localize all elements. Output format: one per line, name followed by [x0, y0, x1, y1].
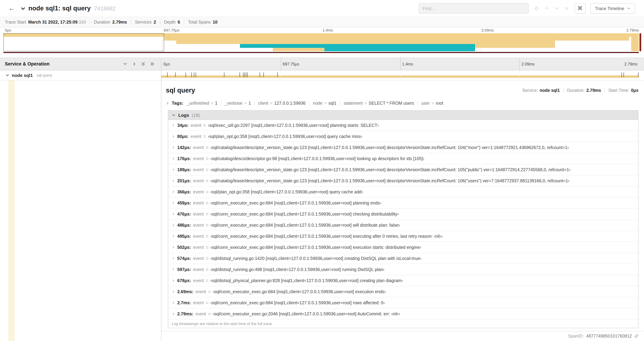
ruler-gridline: [281, 58, 281, 70]
log-entry[interactable]: 574μs:event=‹sql/distsql_running.go:1420…: [168, 253, 638, 264]
collapse-all-button[interactable]: [141, 62, 146, 66]
log-tick: [240, 72, 240, 77]
minimap-canvas[interactable]: [4, 33, 639, 51]
log-entry[interactable]: 2.7ms:event=‹sql/conn_executor_exec.go:6…: [168, 297, 638, 308]
log-timestamp: 495μs:: [177, 234, 191, 239]
span-row-name-cell[interactable]: node sql1 sql query: [0, 70, 161, 80]
log-field-key: event: [193, 234, 204, 239]
timeline-header: Service & Operation 0μs697.75μs1.4ms2.09…: [0, 58, 644, 70]
chevron-right-icon: [172, 201, 175, 204]
chevron-down-icon: [123, 62, 128, 66]
logs-header[interactable]: Logs (18): [168, 111, 638, 120]
clear-find-button[interactable]: [564, 6, 569, 11]
panel-divider[interactable]: [161, 58, 161, 341]
equals-sign: =: [205, 255, 208, 261]
trace-page: ← node sql1: sql query 7418682 ⌘ Trace: [0, 0, 644, 341]
ruler-gridline: [520, 58, 520, 70]
log-field-value: ‹sql/conn_executor_exec.go:684 [nsql1,cl…: [213, 289, 386, 294]
chevron-right-icon: [172, 235, 175, 238]
chevron-right-icon: [172, 312, 175, 315]
log-field-value: ‹sql/catalog/lease/descriptor_version_st…: [210, 167, 570, 172]
prev-match-button[interactable]: [544, 6, 549, 11]
stats-divider: [563, 88, 564, 93]
log-entry[interactable]: 201μs:event=‹sql/catalog/lease/descripto…: [168, 175, 638, 186]
chevron-right-icon: [172, 179, 175, 182]
locate-icon: [534, 6, 539, 11]
log-timestamp: 142μs:: [177, 145, 191, 150]
trace-view-dropdown[interactable]: Trace Timeline: [590, 3, 635, 14]
tag-divider: [221, 101, 221, 105]
log-entry[interactable]: 459μs:event=‹sql/conn_executor_exec.go:6…: [168, 198, 638, 209]
log-tick: [246, 72, 246, 77]
collapse-trace-button[interactable]: [20, 6, 26, 11]
log-field-key: event: [193, 223, 204, 227]
summary-item: Duration2.79ms: [94, 20, 127, 25]
chevron-down-icon: [554, 6, 559, 11]
expand-all-button[interactable]: [150, 62, 154, 66]
focus-match-button[interactable]: [534, 6, 539, 11]
time-tick-label: 1.4ms: [321, 28, 333, 32]
tag-value: SELECT * FROM users: [369, 101, 414, 106]
log-timestamp: 597μs:: [177, 267, 191, 272]
equals-sign: =: [211, 101, 213, 106]
log-entry[interactable]: 476μs:event=‹sql/conn_executor_exec.go:6…: [168, 209, 638, 220]
log-field-value: ‹sql/conn_executor_exec.go:2046 [nsql1,c…: [213, 311, 400, 316]
time-tick-label: 697.75μs: [281, 62, 299, 66]
tag-key: node: [313, 101, 322, 106]
stats-divider: [604, 88, 605, 93]
chevron-right-icon: [172, 146, 175, 149]
log-entry[interactable]: 34μs:event=‹sql/exec_util.go:2297 [nsql1…: [168, 120, 638, 131]
log-entry[interactable]: 597μs:event=‹sql/distsql_running.go:498 …: [168, 264, 638, 275]
equals-sign: =: [205, 211, 208, 217]
tags-row[interactable]: Tags: _unfinished=1_verbose=1client=127.…: [166, 101, 638, 106]
minimap-scrubber[interactable]: [4, 52, 639, 53]
tag-value: 1: [248, 101, 251, 106]
summary-value: 10: [213, 20, 218, 25]
back-button[interactable]: ←: [7, 5, 16, 12]
keyboard-shortcuts-button[interactable]: ⌘: [574, 3, 586, 14]
next-match-button[interactable]: [554, 6, 559, 11]
tag-value: root: [436, 101, 443, 106]
trace-minimap: 0μs697.75μs1.4ms2.09ms2.79ms: [0, 27, 644, 53]
track-gridline: [520, 70, 520, 80]
span-row[interactable]: node sql1 sql query: [0, 70, 644, 80]
log-entry[interactable]: 366μs:event=‹sql/plan_opt.go:358 [nsql1,…: [168, 186, 638, 198]
log-entry[interactable]: 495μs:event=‹sql/conn_executor_exec.go:6…: [168, 231, 638, 242]
trace-view-label: Trace Timeline: [595, 6, 624, 11]
log-entry[interactable]: 80μs:event=‹sql/plan_opt.go:358 [nsql1,c…: [168, 131, 638, 142]
find-input[interactable]: [418, 3, 529, 14]
log-entry[interactable]: 2.79ms:event=‹sql/conn_executor_exec.go:…: [168, 308, 638, 319]
log-tick: [277, 72, 278, 77]
expand-one-button[interactable]: [132, 62, 136, 66]
log-entry[interactable]: 176μs:event=‹sql/catalog/descs/descripto…: [168, 153, 638, 164]
trace-title-group: node sql1: sql query 7418682: [28, 5, 116, 12]
equals-sign: =: [203, 133, 206, 140]
equals-sign: =: [205, 299, 208, 306]
log-entry[interactable]: 486μs:event=‹sql/conn_executor_exec.go:6…: [168, 220, 638, 231]
tag-divider: [254, 101, 255, 105]
tag-value: 127.0.0.1:59936: [274, 101, 306, 106]
logs-title: Logs: [178, 112, 189, 118]
equals-sign: =: [205, 155, 208, 162]
detail-bottom-divider: [161, 331, 644, 331]
span-row-track[interactable]: [161, 70, 639, 80]
log-entry[interactable]: 2.69ms:event=‹sql/conn_executor_exec.go:…: [168, 286, 638, 297]
tag-value: 1: [215, 101, 218, 106]
deep-link-button[interactable]: [634, 334, 638, 338]
summary-divider: [90, 20, 90, 24]
start-time-label: Start Time:: [608, 88, 629, 93]
duration-value: 2.79ms: [586, 88, 601, 93]
log-entry[interactable]: 502μs:event=‹sql/conn_executor_exec.go:6…: [168, 242, 638, 253]
span-id-value: 4877749850101760812: [586, 334, 632, 338]
tags-label: Tags:: [172, 101, 183, 106]
service-value: node sql1: [540, 88, 560, 93]
log-entry[interactable]: 678μs:event=‹sql/distsql_physical_planne…: [168, 275, 638, 286]
log-entry[interactable]: 142μs:event=‹sql/catalog/lease/descripto…: [168, 142, 638, 153]
collapse-one-button[interactable]: [123, 62, 128, 66]
minimap-handle-right[interactable]: [640, 33, 641, 51]
minimap-selection[interactable]: [4, 33, 164, 51]
chevron-right-icon: [132, 62, 136, 66]
tag-key: _unfinished: [187, 101, 209, 106]
log-entry[interactable]: 189μs:event=‹sql/catalog/lease/descripto…: [168, 164, 638, 175]
log-field-key: event: [196, 289, 206, 294]
